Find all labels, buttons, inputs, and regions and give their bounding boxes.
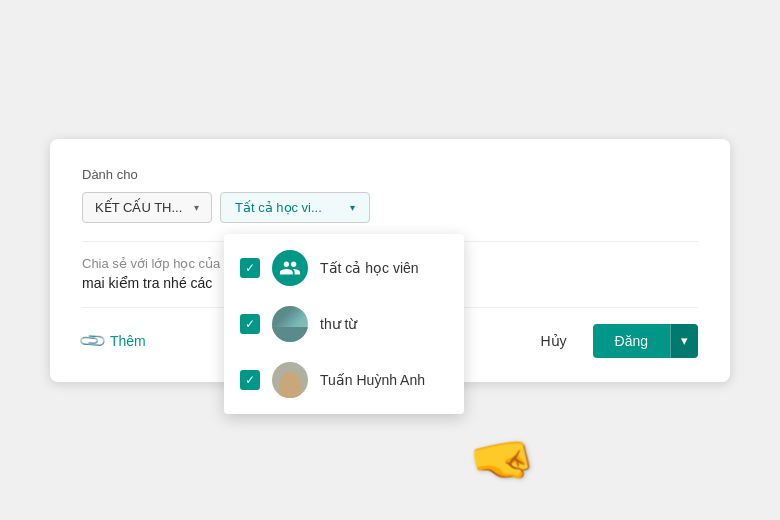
- paperclip-icon: 📎: [77, 325, 108, 356]
- all-students-label: Tất cả học viên: [320, 260, 419, 276]
- post-arrow-button[interactable]: ▾: [670, 324, 698, 358]
- menu-item-all[interactable]: ✓ Tất cả học viên: [224, 240, 464, 296]
- attach-button[interactable]: 📎 Thêm: [82, 330, 146, 352]
- danh-cho-label: Dành cho: [82, 167, 698, 182]
- attach-label: Thêm: [110, 333, 146, 349]
- post-btn-group: Đăng ▾: [593, 324, 698, 358]
- hoc-vien-chevron-icon: ▾: [350, 202, 355, 213]
- tuan-label: Tuấn Huỳnh Anh: [320, 372, 425, 388]
- checkmark-all-icon: ✓: [245, 261, 255, 275]
- checkmark-tuan-icon: ✓: [245, 373, 255, 387]
- menu-item-thu-tu[interactable]: ✓ thư từ: [224, 296, 464, 352]
- cancel-button[interactable]: Hủy: [524, 325, 582, 357]
- cursor-hand-icon: 🤜: [465, 424, 540, 495]
- avatar-face: [279, 372, 301, 398]
- ket-cau-chevron-icon: ▾: [194, 202, 199, 213]
- avatar-person-icon: [272, 362, 308, 398]
- thu-tu-label: thư từ: [320, 316, 357, 332]
- hoc-vien-dropdown[interactable]: Tất cả học vi... ▾: [220, 192, 370, 223]
- checkmark-thu-tu-icon: ✓: [245, 317, 255, 331]
- checkbox-tuan[interactable]: ✓: [240, 370, 260, 390]
- main-card: Dành cho KẾT CẤU TH... ▾ Tất cả học vi..…: [50, 139, 730, 382]
- checkbox-thu-tu[interactable]: ✓: [240, 314, 260, 334]
- dropdown-menu: ✓ Tất cả học viên ✓ thư từ: [224, 234, 464, 414]
- avatar-group-icon: [272, 250, 308, 286]
- group-svg-icon: [279, 257, 301, 279]
- checkbox-all[interactable]: ✓: [240, 258, 260, 278]
- ket-cau-label: KẾT CẤU TH...: [95, 200, 182, 215]
- dropdowns-row: KẾT CẤU TH... ▾ Tất cả học vi... ▾ ✓ Tất…: [82, 192, 698, 223]
- avatar-landscape-icon: [272, 306, 308, 342]
- right-buttons: Hủy Đăng ▾: [524, 324, 698, 358]
- ket-cau-dropdown[interactable]: KẾT CẤU TH... ▾: [82, 192, 212, 223]
- menu-item-tuan[interactable]: ✓ Tuấn Huỳnh Anh: [224, 352, 464, 408]
- post-button[interactable]: Đăng: [593, 324, 670, 358]
- hoc-vien-label: Tất cả học vi...: [235, 200, 322, 215]
